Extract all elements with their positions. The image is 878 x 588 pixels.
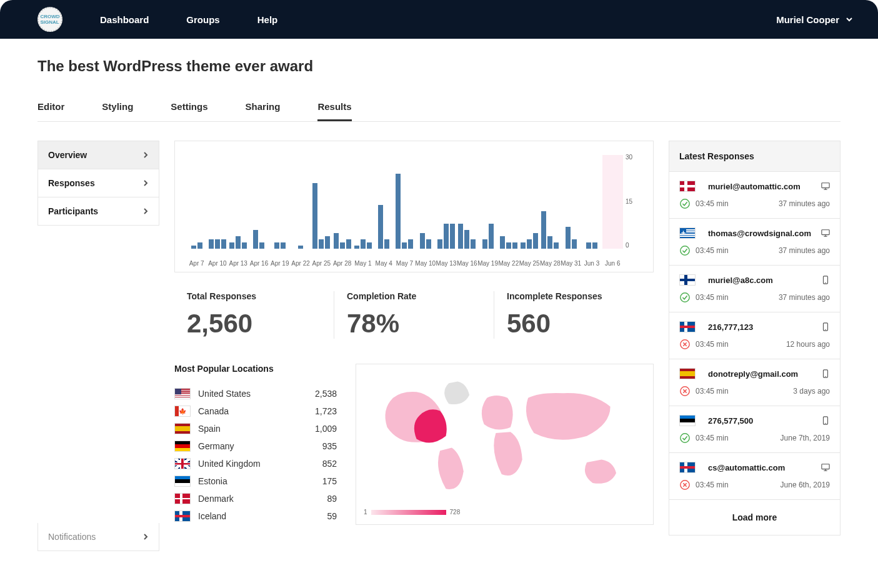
bar: [572, 239, 577, 249]
logo[interactable]: CROWDSIGNAL: [37, 7, 62, 32]
notifications-button[interactable]: Notifications: [37, 523, 159, 551]
chevron-right-icon: [142, 534, 149, 540]
sidebar-item-participants[interactable]: Participants: [38, 197, 159, 225]
bar-group[interactable]: [498, 155, 519, 249]
user-menu[interactable]: Muriel Cooper: [776, 14, 853, 25]
bar: [489, 224, 494, 249]
chevron-down-icon: [846, 16, 853, 23]
location-row[interactable]: Estonia 175: [174, 472, 337, 490]
bar: [444, 224, 449, 249]
bar-group[interactable]: [269, 155, 290, 249]
response-item[interactable]: 276,577,500 03:45 min June 7th, 2019: [669, 406, 840, 453]
nav-dashboard[interactable]: Dashboard: [100, 14, 149, 25]
bar-group[interactable]: [436, 155, 456, 249]
tab-editor[interactable]: Editor: [37, 94, 64, 121]
sidebar-item-overview[interactable]: Overview: [38, 141, 159, 169]
location-row[interactable]: Canada 1,723: [174, 402, 337, 420]
y-tick: 30: [626, 154, 642, 161]
response-item[interactable]: thomas@crowdsignal.com 03:45 min 37 minu…: [669, 219, 840, 266]
notifications-label: Notifications: [48, 532, 96, 542]
bar-group[interactable]: [207, 155, 227, 249]
bar-group[interactable]: [477, 155, 498, 249]
bar: [402, 242, 407, 249]
svg-rect-24: [822, 464, 829, 469]
location-value: 935: [322, 441, 337, 451]
bar-group[interactable]: [457, 155, 477, 249]
latest-responses-panel: Latest Responses muriel@automattic.com 0…: [669, 141, 841, 536]
x-tick: Apr 22: [290, 260, 311, 267]
bar: [274, 242, 279, 249]
bar-group[interactable]: [394, 155, 415, 249]
location-row[interactable]: United States 2,538: [174, 385, 337, 402]
bar: [378, 205, 383, 249]
locations-panel: Most Popular Locations United States 2,5…: [174, 364, 337, 525]
latest-title: Latest Responses: [669, 141, 840, 172]
location-row[interactable]: Denmark 89: [174, 490, 337, 507]
bar-group[interactable]: [540, 155, 561, 249]
svg-point-12: [825, 329, 826, 330]
nav-help[interactable]: Help: [257, 14, 278, 25]
bar-group[interactable]: [519, 155, 540, 249]
location-row[interactable]: Spain 1,009: [174, 420, 337, 437]
response-duration: 03:45 min: [696, 246, 729, 255]
bar: [253, 230, 258, 249]
bar-group[interactable]: [415, 155, 436, 249]
bar: [471, 239, 476, 249]
bar: [354, 246, 359, 249]
bar-group[interactable]: [332, 155, 352, 249]
flag-icon: [679, 368, 696, 379]
nav-groups[interactable]: Groups: [186, 14, 219, 25]
bar: [281, 242, 286, 249]
bar-group[interactable]: [374, 155, 394, 249]
bar: [482, 239, 487, 249]
bar-group[interactable]: [311, 155, 332, 249]
response-item[interactable]: muriel@automattic.com 03:45 min 37 minut…: [669, 172, 840, 219]
response-item[interactable]: cs@automattic.com 03:45 min June 6th, 20…: [669, 453, 840, 500]
bar-group[interactable]: [602, 155, 623, 249]
tab-styling[interactable]: Styling: [102, 94, 133, 121]
location-name: Spain: [198, 424, 315, 434]
bar-group[interactable]: [290, 155, 311, 249]
location-name: Iceland: [198, 511, 327, 521]
response-item[interactable]: 216,777,123 03:45 min 12 hours ago: [669, 312, 840, 359]
bar: [319, 239, 324, 249]
bar: [521, 242, 526, 249]
svg-point-3: [681, 199, 689, 208]
x-circle-icon: [679, 339, 691, 350]
tab-settings[interactable]: Settings: [171, 94, 207, 121]
bar-group[interactable]: [561, 155, 581, 249]
x-tick: Apr 25: [311, 260, 332, 267]
bar: [426, 239, 431, 249]
bar-group[interactable]: [186, 155, 207, 249]
mobile-icon: [821, 369, 830, 378]
bar-group[interactable]: [352, 155, 373, 249]
response-duration: 03:45 min: [696, 293, 729, 302]
response-email: thomas@crowdsignal.com: [708, 229, 816, 238]
bar-group[interactable]: [581, 155, 602, 249]
bar: [367, 242, 372, 249]
tab-results[interactable]: Results: [317, 94, 351, 121]
flag-icon: [174, 406, 191, 417]
location-value: 1,009: [315, 424, 337, 434]
location-row[interactable]: Germany 935: [174, 437, 337, 455]
sidebar-item-responses[interactable]: Responses: [38, 169, 159, 197]
sidebar-item-label: Participants: [48, 206, 98, 216]
bar: [298, 246, 303, 249]
bar-group[interactable]: [249, 155, 269, 249]
load-more-button[interactable]: Load more: [669, 500, 840, 535]
legend-max: 728: [450, 509, 461, 516]
x-tick: Apr 19: [269, 260, 290, 267]
location-row[interactable]: United Kingdom 852: [174, 455, 337, 472]
response-item[interactable]: muriel@a8c.com 03:45 min 37 minutes ago: [669, 266, 840, 312]
flag-icon: [174, 493, 191, 504]
chevron-right-icon: [142, 208, 149, 214]
response-item[interactable]: donotreply@gmail.com 03:45 min 3 days ag…: [669, 359, 840, 406]
mobile-icon: [821, 416, 830, 425]
tab-sharing[interactable]: Sharing: [246, 94, 281, 121]
svg-point-9: [825, 282, 826, 283]
bar: [191, 246, 196, 249]
map-svg: [364, 372, 646, 506]
location-row[interactable]: Iceland 59: [174, 507, 337, 525]
bar-group[interactable]: [228, 155, 249, 249]
response-email: muriel@automattic.com: [708, 182, 816, 191]
